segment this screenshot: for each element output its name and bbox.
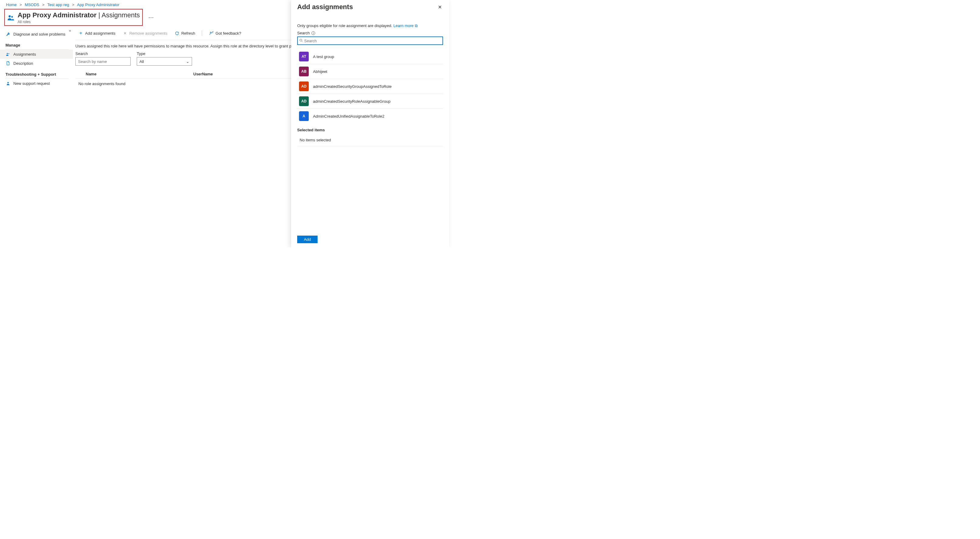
list-item[interactable]: AB Abhijeet	[297, 64, 443, 79]
wrench-icon	[5, 32, 10, 37]
panel-title: Add assignments	[297, 3, 353, 11]
sidebar-section-trouble: Troubleshooting + Support	[5, 68, 69, 79]
svg-point-2	[7, 53, 8, 54]
avatar: AB	[299, 67, 309, 76]
svg-point-3	[8, 53, 9, 54]
add-button[interactable]: Add	[297, 236, 318, 243]
sidebar-section-manage: Manage	[5, 38, 69, 49]
sidebar-item-support[interactable]: New support request	[0, 79, 73, 88]
list-item-label: adminCreatedSecurityGroupAssignedToRole	[313, 84, 392, 89]
plus-icon: +	[78, 31, 83, 35]
list-item[interactable]: AD adminCreatedSecurityRoleAssignableGro…	[297, 94, 443, 109]
sidebar: « Diagnose and solve problems Manage Ass…	[0, 28, 73, 247]
crumb-testappreg[interactable]: Test app reg	[48, 2, 69, 7]
results-list[interactable]: AT A test group AB Abhijeet AD adminCrea…	[297, 49, 443, 122]
collapse-sidebar-button[interactable]: «	[69, 28, 71, 33]
panel-search-input[interactable]	[304, 38, 441, 43]
chevron-down-icon: ⌄	[186, 59, 189, 64]
selected-items-header: Selected items	[297, 128, 443, 132]
sidebar-item-label: Diagnose and solve problems	[13, 32, 65, 37]
search-input[interactable]	[75, 57, 130, 66]
sidebar-item-label: New support request	[13, 81, 50, 86]
crumb-appproxy[interactable]: App Proxy Administrator	[77, 2, 119, 7]
page-title: App Proxy Administrator | Assignments	[18, 11, 140, 19]
col-name: Name	[86, 72, 193, 76]
list-item[interactable]: AD adminCreatedSecurityGroupAssignedToRo…	[297, 79, 443, 94]
add-assignments-button[interactable]: + Add assignments	[75, 29, 119, 37]
refresh-button[interactable]: Refresh	[172, 29, 199, 37]
list-item-label: AdminCreatedUnifiedAssignableToRole2	[313, 114, 384, 118]
learn-more-link[interactable]: Learn more ⧉	[393, 23, 417, 28]
close-button[interactable]: ✕	[437, 3, 443, 11]
document-icon	[5, 61, 10, 66]
svg-point-4	[7, 82, 8, 83]
add-assignments-panel: Add assignments ✕ Only groups eligible f…	[291, 0, 449, 247]
sidebar-item-label: Assignments	[13, 52, 36, 57]
x-icon: ✕	[123, 31, 127, 35]
list-item-label: Abhijeet	[313, 69, 327, 74]
svg-point-6	[300, 39, 302, 41]
avatar: AD	[299, 96, 309, 106]
svg-point-5	[210, 32, 212, 33]
crumb-home[interactable]: Home	[6, 2, 17, 7]
search-label: Search	[75, 51, 130, 56]
list-item-label: adminCreatedSecurityRoleAssignableGroup	[313, 99, 390, 104]
avatar: AT	[299, 52, 309, 61]
search-icon	[299, 38, 303, 43]
panel-info: Only groups eligible for role assignment…	[297, 23, 443, 28]
list-item[interactable]: AT A test group	[297, 49, 443, 64]
more-button[interactable]: ⋯	[148, 14, 154, 21]
svg-point-1	[11, 16, 13, 18]
avatar: AD	[299, 81, 309, 91]
sidebar-item-label: Description	[13, 61, 33, 66]
sidebar-item-assignments[interactable]: Assignments	[0, 49, 73, 59]
panel-search-wrap	[297, 37, 443, 45]
sidebar-item-diagnose[interactable]: Diagnose and solve problems	[0, 29, 73, 38]
sidebar-item-description[interactable]: Description	[0, 59, 73, 68]
people-icon	[5, 52, 10, 57]
info-icon[interactable]: i	[312, 31, 315, 35]
list-item-label: A test group	[313, 54, 334, 59]
avatar: A	[299, 111, 309, 121]
chevron-right-icon: >	[42, 2, 45, 7]
support-icon	[5, 81, 10, 86]
people-icon	[7, 13, 15, 22]
external-link-icon: ⧉	[415, 23, 417, 28]
remove-assignments-button[interactable]: ✕ Remove assignments	[120, 29, 170, 37]
crumb-msods[interactable]: MSODS	[25, 2, 40, 7]
separator	[202, 30, 202, 36]
refresh-icon	[175, 31, 180, 35]
feedback-icon	[209, 31, 214, 35]
chevron-right-icon: >	[72, 2, 75, 7]
panel-search-label: Search	[297, 31, 310, 35]
selected-items-empty: No items selected	[297, 134, 443, 146]
chevron-right-icon: >	[19, 2, 22, 7]
type-select[interactable]: All ⌄	[137, 57, 192, 66]
type-label: Type	[137, 51, 192, 56]
svg-point-0	[8, 15, 11, 18]
feedback-button[interactable]: Got feedback?	[206, 29, 244, 37]
page-subtitle: All roles	[18, 20, 140, 24]
list-item[interactable]: A AdminCreatedUnifiedAssignableToRole2	[297, 109, 443, 122]
page-title-highlight: App Proxy Administrator | Assignments Al…	[4, 9, 143, 26]
